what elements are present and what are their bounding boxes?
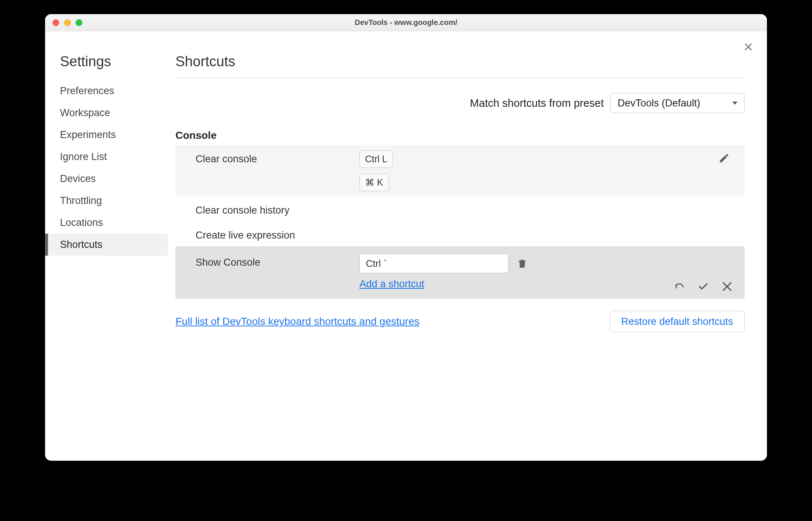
shortcut-row-clear-history: Clear console history xyxy=(175,196,745,221)
shortcut-row-clear-console: Clear console Ctrl L ⌘ K xyxy=(175,145,745,196)
preset-label: Match shortcuts from preset xyxy=(470,97,604,109)
pencil-icon xyxy=(719,153,730,164)
undo-icon xyxy=(674,281,685,292)
restore-defaults-button[interactable]: Restore default shortcuts xyxy=(610,311,745,332)
preset-row: Match shortcuts from preset DevTools (De… xyxy=(175,93,745,113)
content: Settings Preferences Workspace Experimen… xyxy=(45,31,767,461)
chevron-down-icon xyxy=(732,102,738,105)
preset-value: DevTools (Default) xyxy=(618,98,700,109)
window-zoom-button[interactable] xyxy=(76,19,82,26)
close-icon xyxy=(721,281,733,292)
shortcut-row-show-console: Show Console Add a shortcut xyxy=(175,246,745,299)
traffic-lights xyxy=(53,19,82,26)
keycap: Ctrl L xyxy=(359,150,393,168)
sidebar-item-ignore-list[interactable]: Ignore List xyxy=(45,146,168,168)
page-title: Shortcuts xyxy=(175,54,745,70)
shortcut-keys: Ctrl L ⌘ K xyxy=(359,150,523,191)
sidebar-item-devices[interactable]: Devices xyxy=(45,168,168,190)
sidebar-item-locations[interactable]: Locations xyxy=(45,212,168,234)
sidebar-item-throttling[interactable]: Throttling xyxy=(45,190,168,212)
cancel-shortcut-button[interactable] xyxy=(721,281,733,292)
titlebar: DevTools - www.google.com/ xyxy=(45,14,767,31)
window-close-button[interactable] xyxy=(53,19,59,26)
sidebar-item-shortcuts[interactable]: Shortcuts xyxy=(45,234,168,256)
sidebar-item-experiments[interactable]: Experiments xyxy=(45,124,168,146)
section-console-label: Console xyxy=(175,130,745,141)
sidebar: Settings Preferences Workspace Experimen… xyxy=(45,31,168,461)
window-title: DevTools - www.google.com/ xyxy=(45,18,767,27)
edit-shortcut-button[interactable] xyxy=(719,153,730,164)
sidebar-item-preferences[interactable]: Preferences xyxy=(45,80,168,102)
shortcut-label: Clear console xyxy=(196,150,359,165)
shortcut-label: Create live expression xyxy=(196,227,359,241)
main-panel: Shortcuts Match shortcuts from preset De… xyxy=(168,31,767,461)
row-actions xyxy=(719,150,730,164)
sidebar-item-workspace[interactable]: Workspace xyxy=(45,102,168,124)
full-shortcut-list-link[interactable]: Full list of DevTools keyboard shortcuts… xyxy=(175,316,419,327)
shortcut-label: Show Console xyxy=(196,254,359,268)
close-icon xyxy=(744,42,753,51)
confirm-shortcut-button[interactable] xyxy=(698,281,709,292)
trash-icon xyxy=(517,258,528,269)
shortcut-label: Clear console history xyxy=(196,202,359,216)
revert-shortcut-button[interactable] xyxy=(674,281,685,292)
preset-select[interactable]: DevTools (Default) xyxy=(610,93,745,113)
close-settings-button[interactable] xyxy=(744,42,753,53)
delete-shortcut-button[interactable] xyxy=(517,258,528,269)
shortcut-edit-actions xyxy=(674,281,733,292)
keycap: ⌘ K xyxy=(359,174,389,191)
shortcut-edit-body: Add a shortcut xyxy=(359,254,546,290)
divider xyxy=(175,78,745,78)
shortcut-row-create-live-expression: Create live expression xyxy=(175,221,745,246)
devtools-window: DevTools - www.google.com/ Settings Pref… xyxy=(45,14,767,461)
add-shortcut-link[interactable]: Add a shortcut xyxy=(359,278,546,290)
sidebar-title: Settings xyxy=(45,54,168,70)
window-minimize-button[interactable] xyxy=(64,19,71,26)
shortcut-key-input[interactable] xyxy=(359,254,508,273)
footer: Full list of DevTools keyboard shortcuts… xyxy=(175,311,745,332)
check-icon xyxy=(698,281,709,292)
shortcut-edit-line xyxy=(359,254,546,273)
